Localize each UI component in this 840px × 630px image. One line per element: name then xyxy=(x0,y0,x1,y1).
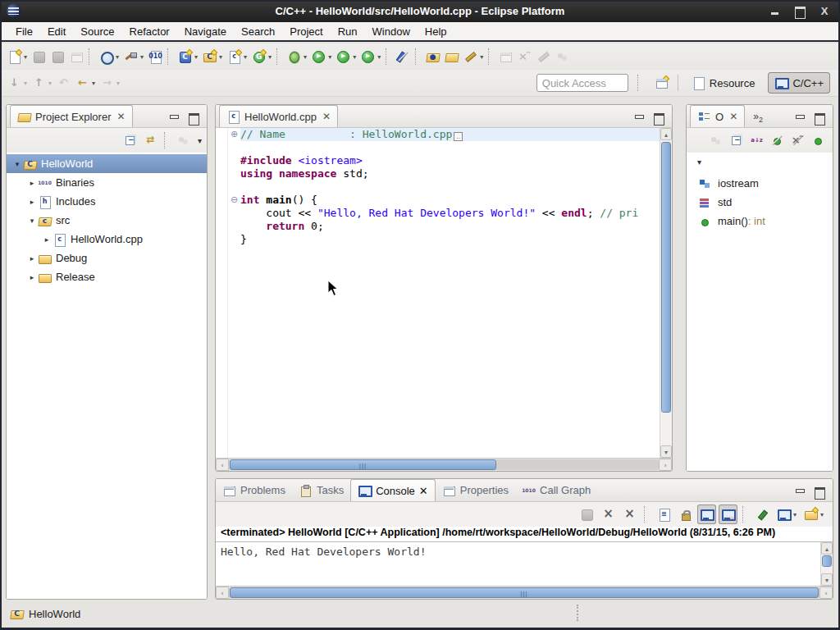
tree-item-src[interactable]: ▾src xyxy=(7,211,207,230)
back-dropdown-icon[interactable]: ▾ xyxy=(92,80,95,87)
tree-item-release[interactable]: ▸Release xyxy=(7,267,207,286)
search-highlight-button[interactable]: ▾ xyxy=(461,47,486,66)
menu-run[interactable]: Run xyxy=(331,23,365,40)
maximize-view-button[interactable] xyxy=(815,113,824,122)
scroll-down-icon[interactable]: ▾ xyxy=(660,445,672,458)
menu-project[interactable]: Project xyxy=(282,23,330,40)
new-source-folder-dropdown-icon[interactable]: ▾ xyxy=(219,53,222,61)
expand-icon[interactable]: ▸ xyxy=(41,235,52,244)
maximize-view-button[interactable] xyxy=(815,487,824,496)
outline-item-main-[interactable]: main() : int xyxy=(687,212,833,231)
sort-az-button[interactable] xyxy=(747,130,766,150)
scrollbar-thumb[interactable]: ||| xyxy=(230,459,496,470)
expand-icon[interactable]: ▸ xyxy=(26,179,38,187)
run-history-dropdown-icon[interactable]: ▾ xyxy=(353,53,356,61)
console-output[interactable]: Hello, Red Hat Developers World! xyxy=(216,542,820,586)
external-tools-dropdown-icon[interactable]: ▾ xyxy=(377,53,381,61)
expand-icon[interactable]: ▸ xyxy=(26,254,38,262)
new-wizard-button[interactable]: ▾ xyxy=(5,47,30,66)
minimize-view-button[interactable] xyxy=(795,487,805,496)
code-line[interactable]: using namespace std; xyxy=(240,167,660,180)
back-button[interactable]: ▾ xyxy=(73,73,98,93)
scroll-up-icon[interactable]: ▴ xyxy=(660,128,672,140)
display-console-dropdown-icon[interactable]: ▾ xyxy=(793,511,797,518)
new-source-folder-button[interactable]: ▾ xyxy=(200,47,225,66)
scroll-up-icon[interactable]: ▴ xyxy=(821,542,833,555)
new-wizard-dropdown-icon[interactable]: ▾ xyxy=(24,53,27,61)
code-line[interactable]: #include <iostream> xyxy=(240,154,660,167)
code-line[interactable]: } xyxy=(240,233,660,246)
menu-search[interactable]: Search xyxy=(234,23,282,40)
show-stdout-button[interactable] xyxy=(697,504,716,524)
new-c-file-button[interactable]: ▾ xyxy=(225,47,249,66)
collapse-icon[interactable]: ▾ xyxy=(26,217,38,225)
tab-outline[interactable]: O ✕ xyxy=(690,105,745,127)
scroll-right-icon[interactable]: › xyxy=(659,459,672,471)
collapse-icon[interactable]: ▾ xyxy=(11,160,23,168)
scroll-left-icon[interactable]: ‹ xyxy=(216,587,229,599)
new-c-file-dropdown-icon[interactable]: ▾ xyxy=(244,53,247,61)
collapse-all-button[interactable] xyxy=(121,130,139,150)
show-stderr-button[interactable] xyxy=(719,504,737,524)
console-horizontal-scrollbar[interactable]: ‹ ||| › xyxy=(216,586,833,599)
build-button[interactable]: ▾ xyxy=(121,47,146,66)
open-console-dropdown-icon[interactable]: ▾ xyxy=(820,511,824,518)
scrollbar-thumb[interactable] xyxy=(661,142,671,413)
scroll-down-icon[interactable]: ▾ xyxy=(821,573,833,586)
tab-call-graph[interactable]: Call Graph xyxy=(515,479,597,501)
debug-dropdown-icon[interactable]: ▾ xyxy=(304,53,307,61)
run-history-button[interactable]: ▾ xyxy=(334,47,358,66)
tab-project-explorer[interactable]: Project Explorer ✕ xyxy=(10,105,133,127)
new-class-dropdown-icon[interactable]: ▾ xyxy=(268,53,272,61)
run-dropdown-icon[interactable]: ▾ xyxy=(328,53,331,61)
close-icon[interactable]: ✕ xyxy=(419,485,428,497)
clear-console-button[interactable] xyxy=(655,504,673,524)
remove-launch-button[interactable] xyxy=(599,504,618,524)
tree-item-debug[interactable]: ▸Debug xyxy=(7,249,207,267)
scrollbar-thumb[interactable] xyxy=(822,555,832,567)
maximize-editor-button[interactable] xyxy=(654,113,664,122)
view-menu-icon[interactable]: ▾ xyxy=(697,158,701,167)
minimize-view-button[interactable] xyxy=(169,113,179,122)
outline-item-iostream[interactable]: iostream xyxy=(687,174,833,193)
editor-horizontal-scrollbar[interactable]: ‹ ||| › xyxy=(216,458,672,471)
code-line[interactable]: // Name : HelloWorld.cpp.. xyxy=(240,128,660,141)
editor-vertical-scrollbar[interactable]: ▴ ▾ xyxy=(660,128,672,458)
open-type-button[interactable] xyxy=(423,47,442,66)
scroll-lock-button[interactable] xyxy=(676,504,695,524)
link-editor-button[interactable] xyxy=(141,130,160,150)
scroll-right-icon[interactable]: › xyxy=(819,587,833,599)
tree-item-helloworld[interactable]: ▾HelloWorld xyxy=(7,154,207,173)
tree-item-includes[interactable]: ▸Includes xyxy=(7,192,207,211)
console-vertical-scrollbar[interactable]: ▴ ▾ xyxy=(820,542,833,586)
tab-properties[interactable]: Properties xyxy=(436,479,515,501)
menu-navigate[interactable]: Navigate xyxy=(177,23,234,40)
debug-button[interactable]: ▾ xyxy=(285,47,309,66)
scrollbar-thumb[interactable]: ||| xyxy=(230,587,819,598)
code-line[interactable] xyxy=(240,180,660,194)
menu-window[interactable]: Window xyxy=(365,23,418,40)
close-icon[interactable]: ✕ xyxy=(322,111,331,122)
close-icon[interactable]: ✕ xyxy=(116,111,125,122)
expand-icon[interactable]: ▸ xyxy=(26,198,38,206)
tab-console[interactable]: Console✕ xyxy=(350,479,436,501)
code-line[interactable]: int main() { xyxy=(240,194,660,207)
window-close-button[interactable]: X xyxy=(819,6,830,17)
close-icon[interactable]: ✕ xyxy=(729,111,737,122)
code-line[interactable]: cout << "Hello, Red Hat Developers World… xyxy=(240,207,660,220)
new-c-project-button[interactable]: ▾ xyxy=(176,47,200,66)
collapse-all-button[interactable] xyxy=(727,130,746,150)
tab-problems[interactable]: Problems xyxy=(216,479,292,501)
fold-marker-icon[interactable]: ⊕ xyxy=(228,128,240,141)
open-perspective-button[interactable] xyxy=(652,73,671,93)
minimize-editor-button[interactable] xyxy=(634,113,644,122)
new-c-project-dropdown-icon[interactable]: ▾ xyxy=(194,53,198,61)
remove-all-button[interactable] xyxy=(620,504,639,524)
view-overflow-indicator[interactable]: »2 xyxy=(753,111,763,127)
open-resource-button[interactable] xyxy=(442,47,461,66)
window-minimize-button[interactable] xyxy=(769,6,781,17)
scroll-left-icon[interactable]: ‹ xyxy=(216,459,229,471)
profiling-tools-dropdown-icon[interactable]: ▾ xyxy=(116,53,119,61)
menu-file[interactable]: File xyxy=(8,23,40,40)
mark-occurrences-button[interactable] xyxy=(394,47,413,66)
